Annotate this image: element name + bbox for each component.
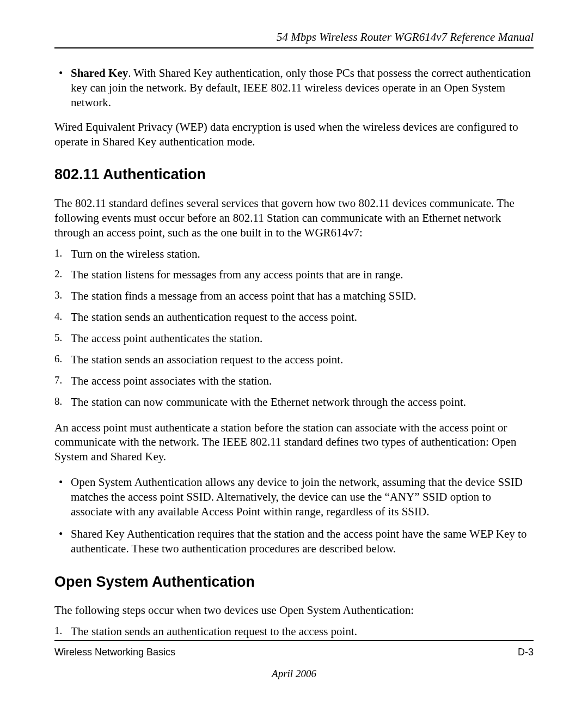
list-item: The station can now communicate with the… (71, 395, 534, 410)
auth-steps-list: Turn on the wireless station. The statio… (54, 247, 534, 410)
section1-para2: An access point must authenticate a stat… (54, 421, 534, 465)
list-item: Shared Key Authentication requires that … (71, 527, 534, 556)
list-item: The station listens for messages from an… (71, 267, 534, 282)
footer-row: Wireless Networking Basics D-3 (54, 647, 534, 658)
list-item: The station sends an authentication requ… (71, 310, 534, 325)
shared-key-lead: Shared Key (71, 66, 128, 80)
list-item: The station sends an authentication requ… (71, 624, 534, 639)
shared-key-rest: . With Shared Key authentication, only t… (71, 66, 531, 109)
footer-rule (54, 640, 534, 641)
shared-key-bullet: Shared Key. With Shared Key authenticati… (71, 66, 534, 110)
header-rule (54, 47, 534, 48)
shared-key-bullet-list: Shared Key. With Shared Key authenticati… (54, 66, 534, 110)
footer-left: Wireless Networking Basics (54, 647, 175, 658)
list-item: The station sends an association request… (71, 352, 534, 367)
body: Shared Key. With Shared Key authenticati… (54, 66, 534, 639)
running-header: 54 Mbps Wireless Router WGR614v7 Referen… (54, 31, 534, 44)
auth-types-list: Open System Authentication allows any de… (54, 475, 534, 556)
footer-right: D-3 (518, 647, 534, 658)
list-item: The access point authenticates the stati… (71, 331, 534, 346)
footer: Wireless Networking Basics D-3 (54, 640, 534, 658)
open-steps-list: The station sends an authentication requ… (54, 624, 534, 639)
page: 54 Mbps Wireless Router WGR614v7 Referen… (0, 0, 588, 706)
list-item: The station finds a message from an acce… (71, 289, 534, 303)
section1-intro: The 802.11 standard defines several serv… (54, 196, 534, 240)
list-item: Open System Authentication allows any de… (71, 475, 534, 519)
list-item: The access point associates with the sta… (71, 374, 534, 388)
section-heading-open: Open System Authentication (54, 573, 534, 592)
wep-paragraph: Wired Equivalent Privacy (WEP) data encr… (54, 120, 534, 149)
section2-intro: The following steps occur when two devic… (54, 603, 534, 618)
section-heading-auth: 802.11 Authentication (54, 165, 534, 184)
list-item: Turn on the wireless station. (71, 247, 534, 261)
footer-date: April 2006 (0, 668, 588, 680)
